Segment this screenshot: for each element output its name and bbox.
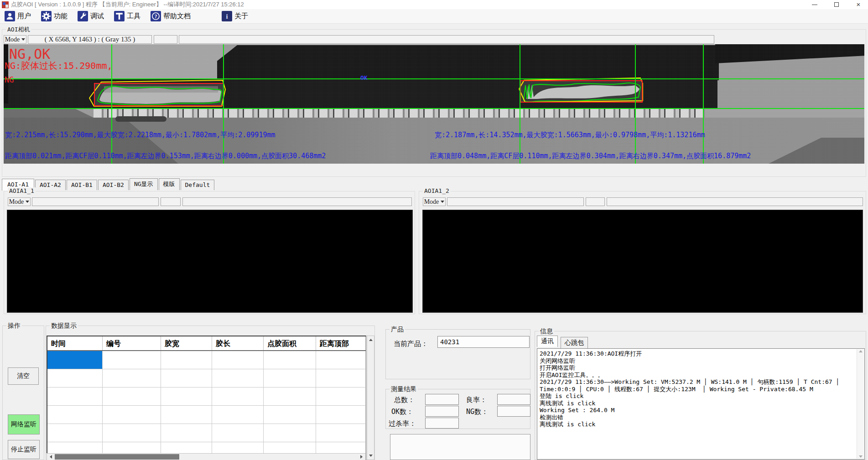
total-count-field[interactable] [425, 394, 459, 405]
toolbar-help-button[interactable]: ? 帮助文档 [151, 11, 191, 21]
table-cell[interactable] [212, 388, 264, 405]
ng-count-field[interactable] [497, 406, 530, 417]
help-icon: ? [151, 11, 161, 21]
table-cell[interactable] [103, 424, 161, 442]
table-cell[interactable] [264, 369, 316, 387]
clear-button[interactable]: 清空 [8, 367, 39, 385]
scroll-left-button[interactable] [47, 454, 55, 460]
tab-communication[interactable]: 通讯 [537, 336, 558, 347]
toolbar-about-button[interactable]: i 关于 [222, 11, 248, 21]
table-cell[interactable] [316, 406, 366, 424]
tab-aoi-b1[interactable]: AOI-B1 [67, 180, 97, 190]
table-cell[interactable] [161, 351, 212, 369]
tab-aoi-b2[interactable]: AOI-B2 [98, 180, 129, 190]
scroll-down-button[interactable] [367, 452, 374, 460]
tab-template[interactable]: 模版 [159, 178, 180, 190]
table-cell[interactable] [103, 406, 161, 424]
panel-aoia1-1-label: AOIA1_1 [8, 187, 36, 194]
panel1-image-canvas[interactable] [7, 210, 413, 313]
log-scroll-up-button[interactable] [857, 350, 864, 352]
yield-rate-field[interactable] [497, 394, 530, 405]
dropdown-arrow-icon [21, 38, 25, 41]
toolbar-tools-button[interactable]: 工具 [114, 11, 140, 21]
panel2-coords-box[interactable] [447, 197, 584, 206]
table-cell[interactable] [161, 424, 212, 442]
current-product-label: 当前产品： [394, 340, 428, 348]
table-cell[interactable] [264, 388, 316, 405]
panel1-mode-dropdown[interactable]: Mode [8, 197, 31, 206]
table-cell[interactable] [316, 369, 366, 387]
arrow-up-icon [369, 339, 373, 341]
scroll-right-button[interactable] [358, 454, 365, 460]
stop-listen-button[interactable]: 停止监听 [8, 440, 40, 459]
tab-ng-display[interactable]: NG显示 [130, 178, 158, 190]
network-listen-button[interactable]: 网络监听 [8, 414, 40, 434]
yield-rate-label: 良率： [466, 396, 487, 404]
app-icon [2, 1, 9, 8]
column-header-time[interactable]: 时间 [47, 336, 103, 350]
table-cell[interactable] [103, 351, 161, 369]
panel2-image-canvas[interactable] [422, 210, 863, 313]
panel1-info-box-1[interactable] [161, 197, 181, 206]
table-cell[interactable] [103, 369, 161, 387]
table-cell[interactable] [316, 388, 366, 405]
overkill-rate-field[interactable] [425, 418, 459, 429]
panel2-mode-dropdown[interactable]: Mode [423, 197, 446, 206]
ok-count-field[interactable] [425, 406, 459, 417]
table-cell[interactable] [47, 388, 103, 405]
table-cell[interactable] [212, 369, 264, 387]
scroll-up-button[interactable] [367, 336, 374, 344]
column-header-distance-top[interactable]: 距离顶部 [316, 336, 366, 350]
table-cell[interactable] [316, 351, 366, 369]
measure-right-line2: 距离顶部0.048mm,距离CF层0.110mm,距离左边界0.304mm,距离… [430, 152, 751, 160]
table-cell[interactable] [264, 424, 316, 442]
table-cell[interactable] [212, 351, 264, 369]
tab-default[interactable]: Default [181, 180, 215, 190]
toolbar-about-label: 关于 [234, 12, 248, 21]
current-product-input[interactable] [437, 336, 530, 348]
table-cell[interactable] [316, 424, 366, 442]
table-cell[interactable] [161, 406, 212, 424]
camera-coords-box[interactable]: ( X 6568, Y 1463 ) : ( Gray 135 ) [28, 35, 152, 44]
column-header-glue-area[interactable]: 点胶面积 [264, 336, 316, 350]
table-cell[interactable] [264, 406, 316, 424]
minimize-icon[interactable] [811, 1, 818, 8]
table-cell[interactable] [212, 406, 264, 424]
toolbar-function-button[interactable]: 功能 [41, 11, 68, 21]
table-cell[interactable] [47, 406, 103, 424]
toolbar-user-button[interactable]: 用户 [5, 11, 31, 21]
column-header-glue-length[interactable]: 胶长 [212, 336, 264, 350]
window-title: 点胶AOI [ Version : 1.0.0.9 ] 程序 【当前用户: En… [11, 0, 244, 9]
toolbar-debug-button[interactable]: 调试 [78, 11, 104, 21]
table-cell[interactable] [212, 424, 264, 442]
panel1-info-box-2[interactable] [182, 197, 412, 206]
maximize-icon[interactable] [833, 1, 840, 8]
toolbar-help-label: 帮助文档 [163, 12, 191, 21]
log-scroll-down-button[interactable] [857, 455, 864, 458]
log-scrollbar[interactable] [857, 349, 864, 459]
camera-info-box-1[interactable] [154, 35, 177, 44]
panel2-info-box-2[interactable] [607, 197, 863, 206]
selected-cell[interactable] [47, 351, 103, 369]
table-cell[interactable] [47, 369, 103, 387]
camera-mode-dropdown[interactable]: Mode [4, 35, 26, 44]
column-header-glue-width[interactable]: 胶宽 [161, 336, 212, 350]
table-cell[interactable] [47, 424, 103, 442]
operations-group-label: 操作 [6, 322, 22, 330]
table-cell[interactable] [103, 388, 161, 405]
tab-aoi-a2[interactable]: AOI-A2 [35, 180, 66, 190]
table-cell[interactable] [161, 388, 212, 405]
panel1-coords-box[interactable] [32, 197, 159, 206]
panel2-info-box-1[interactable] [586, 197, 605, 206]
table-cell[interactable] [161, 369, 212, 387]
communication-log[interactable]: 2021/7/29 11:36:30:AOI程序打开 关闭网络监听 打开网络监听… [537, 348, 865, 460]
tab-heartbeat[interactable]: 心跳包 [561, 337, 588, 348]
camera-image[interactable]: NG,OK NG:胶体过长:15.290mm, NG OK 宽:2.215mm,… [4, 44, 864, 164]
close-icon[interactable]: × [855, 1, 862, 8]
table-horizontal-scrollbar[interactable] [47, 453, 366, 460]
table-vertical-scrollbar[interactable] [367, 336, 374, 460]
table-cell[interactable] [264, 351, 316, 369]
horizontal-scroll-thumb[interactable] [55, 454, 179, 460]
column-header-id[interactable]: 编号 [103, 336, 161, 350]
camera-info-box-2[interactable] [179, 35, 714, 44]
